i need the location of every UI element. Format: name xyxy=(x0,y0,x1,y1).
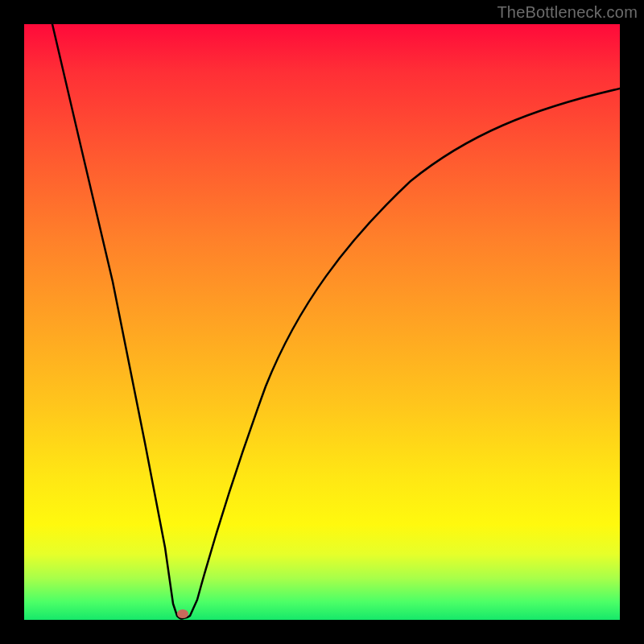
minimum-marker xyxy=(177,609,188,618)
plot-area xyxy=(24,24,620,620)
watermark-text: TheBottleneck.com xyxy=(497,3,638,22)
chart-frame: TheBottleneck.com xyxy=(0,0,644,644)
bottleneck-curve xyxy=(24,24,620,620)
curve-path xyxy=(52,24,620,619)
